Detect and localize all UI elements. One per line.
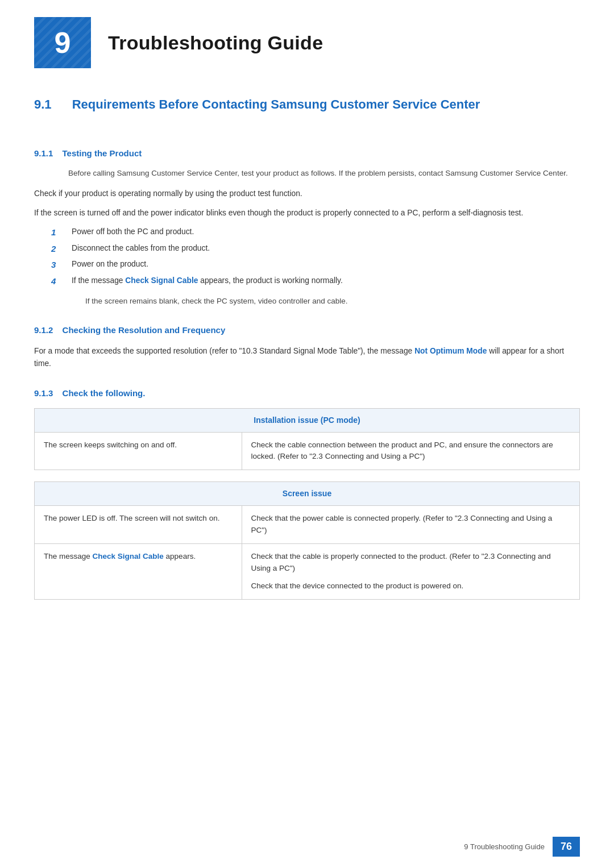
footer-text: 9 Troubleshooting Guide xyxy=(464,841,545,853)
step-2: 2 Disconnect the cables from the product… xyxy=(51,243,580,256)
subsection-911-title: 9.1.1 Testing the Product xyxy=(34,147,580,160)
section-912: 9.1.2 Checking the Resolution and Freque… xyxy=(34,324,580,370)
screen-table-wrapper: Screen issue The power LED is off. The s… xyxy=(34,481,580,600)
screen-table-row-1: The power LED is off. The screen will no… xyxy=(35,506,579,544)
section-912-para: For a mode that exceeds the supported re… xyxy=(34,345,580,370)
page-footer: 9 Troubleshooting Guide 76 xyxy=(464,837,580,857)
section-91: 9.1 Requirements Before Contacting Samsu… xyxy=(34,97,580,130)
page-header: 9 Troubleshooting Guide xyxy=(0,0,614,80)
main-content: 9.1 Requirements Before Contacting Samsu… xyxy=(0,85,614,657)
installation-table-header: Installation issue (PC mode) xyxy=(35,409,579,433)
step-3: 3 Power on the product. xyxy=(51,259,580,272)
not-optimum-mode-bold: Not Optimum Mode xyxy=(414,347,487,355)
step-3-text: Power on the product. xyxy=(72,259,148,271)
screen-problem-2: The message Check Signal Cable appears. xyxy=(35,544,242,599)
screen-solution-1: Check that the power cable is connected … xyxy=(242,506,579,544)
screen-solution-2: Check that the cable is properly connect… xyxy=(242,544,579,599)
step-4: 4 If the message Check Signal Cable appe… xyxy=(51,275,580,288)
installation-table: Installation issue (PC mode) The screen … xyxy=(35,409,579,470)
screen-problem-1: The power LED is off. The screen will no… xyxy=(35,506,242,544)
step-4-text: If the message Check Signal Cable appear… xyxy=(72,275,343,287)
page-number-badge: 76 xyxy=(553,837,580,857)
step4-note: If the screen remains blank, check the P… xyxy=(85,296,580,307)
installation-solution-1: Check the cable connection between the p… xyxy=(242,432,579,470)
screen-table-header-row: Screen issue xyxy=(35,482,579,506)
installation-table-header-row: Installation issue (PC mode) xyxy=(35,409,579,433)
check-signal-cable-bold-1: Check Signal Cable xyxy=(125,276,198,285)
section-913: 9.1.3 Check the following. Installation … xyxy=(34,387,580,600)
section-91-header: 9.1 Requirements Before Contacting Samsu… xyxy=(34,97,580,130)
subsection-912-title: 9.1.2 Checking the Resolution and Freque… xyxy=(34,324,580,337)
section-91-title: 9.1 Requirements Before Contacting Samsu… xyxy=(34,97,480,113)
check-signal-cable-bold-2: Check Signal Cable xyxy=(93,552,164,560)
section-911-note: Before calling Samsung Customer Service … xyxy=(68,168,580,180)
installation-table-wrapper: Installation issue (PC mode) The screen … xyxy=(34,408,580,471)
page-title: Troubleshooting Guide xyxy=(108,28,323,57)
screen-table-row-2: The message Check Signal Cable appears. … xyxy=(35,544,579,599)
section-911: 9.1.1 Testing the Product Before calling… xyxy=(34,147,580,308)
chapter-badge: 9 xyxy=(34,17,91,68)
installation-table-row-1: The screen keeps switching on and off. C… xyxy=(35,432,579,470)
screen-table: Screen issue The power LED is off. The s… xyxy=(35,482,579,599)
step-1-text: Power off both the PC and product. xyxy=(72,226,194,238)
screen-solution-2a: Check that the cable is properly connect… xyxy=(251,551,570,575)
step-2-text: Disconnect the cables from the product. xyxy=(72,243,210,255)
screen-solution-2b: Check that the device connected to the p… xyxy=(251,580,570,592)
section-911-para2: If the screen is turned off and the powe… xyxy=(34,207,580,219)
step-1: 1 Power off both the PC and product. xyxy=(51,226,580,239)
steps-list: 1 Power off both the PC and product. 2 D… xyxy=(51,226,580,288)
section-911-para1: Check if your product is operating norma… xyxy=(34,188,580,200)
chapter-number: 9 xyxy=(55,20,71,65)
screen-table-header: Screen issue xyxy=(35,482,579,506)
subsection-913-title: 9.1.3 Check the following. xyxy=(34,387,580,400)
installation-problem-1: The screen keeps switching on and off. xyxy=(35,432,242,470)
